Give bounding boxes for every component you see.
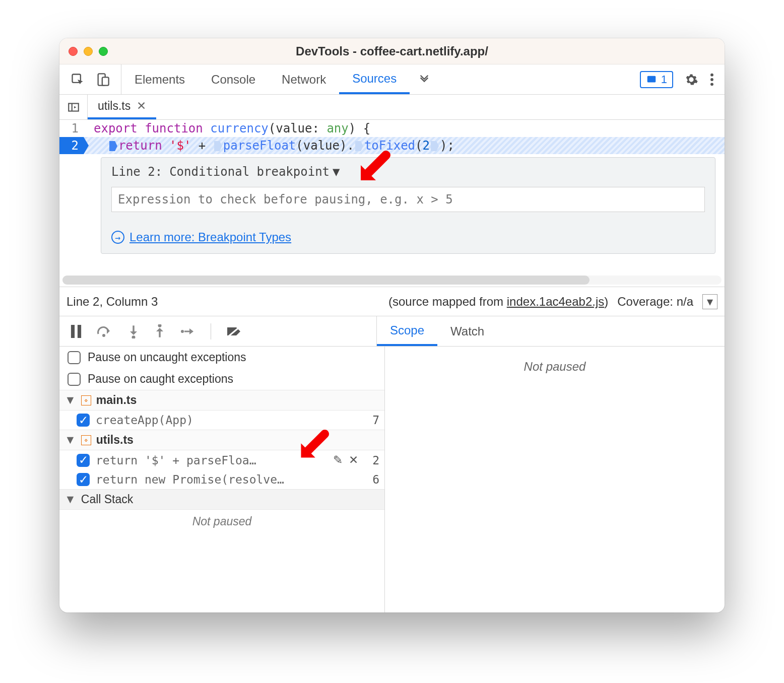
source-map-info: (source mapped from index.1ac4eab2.js) xyxy=(388,295,608,309)
step-icon[interactable] xyxy=(180,326,195,337)
svg-point-11 xyxy=(132,335,136,338)
code-line-2: return '$' + parseFloat(value).toFixed(2… xyxy=(84,137,454,154)
inline-breakpoint-icon[interactable] xyxy=(431,141,439,151)
inline-breakpoint-icon[interactable] xyxy=(355,141,363,151)
svg-point-12 xyxy=(158,324,162,327)
pause-uncaught-label: Pause on uncaught exceptions xyxy=(88,351,246,364)
coverage-info: Coverage: n/a xyxy=(617,295,693,309)
watch-tab[interactable]: Watch xyxy=(437,316,497,346)
more-menu-icon[interactable] xyxy=(709,73,714,87)
breakpoint-row[interactable]: ✓ return new Promise(resolve… 6 xyxy=(59,470,384,489)
tab-sources[interactable]: Sources xyxy=(339,64,410,94)
call-stack-header[interactable]: ▼ Call Stack xyxy=(59,489,384,510)
dropdown-chevron-icon: ▼ xyxy=(333,165,340,179)
window-title: DevTools - coffee-cart.netlify.app/ xyxy=(59,44,725,58)
disclosure-triangle-icon: ▼ xyxy=(64,493,76,506)
svg-point-10 xyxy=(102,334,105,337)
learn-more-link[interactable]: Learn more: Breakpoint Types xyxy=(129,230,291,244)
remove-breakpoint-icon[interactable]: ✕ xyxy=(349,453,358,467)
code-editor[interactable]: 1 export function currency(value: any) {… xyxy=(59,120,725,287)
svg-rect-8 xyxy=(71,325,75,338)
inline-breakpoint-icon[interactable] xyxy=(109,141,117,151)
edit-breakpoint-icon[interactable]: ✎ xyxy=(333,453,343,467)
breakpoint-type-dropdown[interactable]: Conditional breakpoint ▼ xyxy=(169,165,340,179)
step-over-icon[interactable] xyxy=(97,325,113,338)
svg-point-13 xyxy=(181,330,184,333)
cursor-position: Line 2, Column 3 xyxy=(67,295,158,309)
svg-rect-2 xyxy=(102,77,109,85)
tabs-overflow-icon[interactable] xyxy=(410,74,439,85)
disclosure-triangle-icon: ▼ xyxy=(64,393,76,407)
editor-horizontal-scrollbar[interactable] xyxy=(62,276,722,285)
close-tab-icon[interactable]: ✕ xyxy=(137,99,146,113)
gutter-line-1[interactable]: 1 xyxy=(59,120,84,137)
step-into-icon[interactable] xyxy=(128,324,139,338)
scope-pane: Not paused xyxy=(385,347,725,612)
cond-line-label: Line 2: xyxy=(111,165,162,179)
breakpoint-row[interactable]: ✓ return '$' + parseFloa… ✎ ✕ 2 xyxy=(59,450,384,470)
titlebar: DevTools - coffee-cart.netlify.app/ xyxy=(59,38,725,64)
navigator-toggle-icon[interactable] xyxy=(59,95,88,119)
ts-file-icon: ⋄ xyxy=(81,435,91,445)
bp-file-header-main-ts[interactable]: ▼ ⋄ main.ts xyxy=(59,390,384,411)
learn-more-arrow-icon: → xyxy=(111,231,124,244)
svg-point-5 xyxy=(710,78,713,81)
conditional-breakpoint-popup: Line 2: Conditional breakpoint ▼ → Learn… xyxy=(101,157,715,254)
breakpoints-pane[interactable]: Pause on uncaught exceptions Pause on ca… xyxy=(59,347,385,612)
issues-badge[interactable]: 1 xyxy=(640,71,673,88)
traffic-minimize-icon[interactable] xyxy=(84,47,93,56)
inline-breakpoint-icon[interactable] xyxy=(214,141,222,151)
main-tabbar: Elements Console Network Sources 1 xyxy=(59,64,725,95)
tab-elements[interactable]: Elements xyxy=(121,64,198,94)
step-out-icon[interactable] xyxy=(154,324,165,338)
disclosure-triangle-icon: ▼ xyxy=(64,433,76,447)
pause-caught-label: Pause on caught exceptions xyxy=(88,372,233,386)
pause-uncaught-checkbox[interactable] xyxy=(68,351,81,364)
breakpoint-row[interactable]: ✓ createApp(App) 7 xyxy=(59,411,384,430)
file-tabbar: utils.ts ✕ xyxy=(59,95,725,120)
svg-rect-3 xyxy=(647,76,656,82)
tab-console[interactable]: Console xyxy=(198,64,269,94)
breakpoint-checkbox[interactable]: ✓ xyxy=(77,454,90,467)
pause-caught-checkbox[interactable] xyxy=(68,373,81,386)
pause-resume-icon[interactable] xyxy=(71,325,82,338)
file-tab-label: utils.ts xyxy=(98,99,130,113)
devtools-window: DevTools - coffee-cart.netlify.app/ Elem… xyxy=(59,38,725,612)
traffic-zoom-icon[interactable] xyxy=(99,47,108,56)
breakpoint-checkbox[interactable]: ✓ xyxy=(77,473,90,486)
svg-point-6 xyxy=(710,83,713,86)
svg-rect-9 xyxy=(78,325,81,338)
collapse-panel-icon[interactable]: ▾ xyxy=(702,294,717,309)
issues-count: 1 xyxy=(661,73,667,86)
debugger-toolbar: Scope Watch xyxy=(59,316,725,347)
call-stack-state: Not paused xyxy=(59,510,384,533)
file-tab-utils-ts[interactable]: utils.ts ✕ xyxy=(88,95,156,119)
tab-network[interactable]: Network xyxy=(269,64,339,94)
breakpoint-checkbox[interactable]: ✓ xyxy=(77,414,90,427)
traffic-close-icon[interactable] xyxy=(69,47,78,56)
status-bar: Line 2, Column 3 (source mapped from ind… xyxy=(59,287,725,316)
gutter-line-2-breakpoint[interactable]: 2 xyxy=(59,137,84,154)
bottom-split: Pause on uncaught exceptions Pause on ca… xyxy=(59,347,725,612)
deactivate-breakpoints-icon[interactable] xyxy=(226,325,242,338)
svg-point-4 xyxy=(710,73,713,76)
device-toolbar-icon[interactable] xyxy=(96,73,110,87)
bp-file-header-utils-ts[interactable]: ▼ ⋄ utils.ts xyxy=(59,430,384,450)
ts-file-icon: ⋄ xyxy=(81,395,91,405)
scope-tab[interactable]: Scope xyxy=(377,316,437,346)
condition-expression-input[interactable] xyxy=(111,187,705,212)
scope-not-paused: Not paused xyxy=(524,360,586,374)
svg-rect-7 xyxy=(69,103,79,111)
inspect-element-icon[interactable] xyxy=(71,73,85,87)
code-line-1: export function currency(value: any) { xyxy=(84,120,370,137)
source-map-link[interactable]: index.1ac4eab2.js xyxy=(507,295,604,308)
settings-gear-icon[interactable] xyxy=(684,73,698,87)
